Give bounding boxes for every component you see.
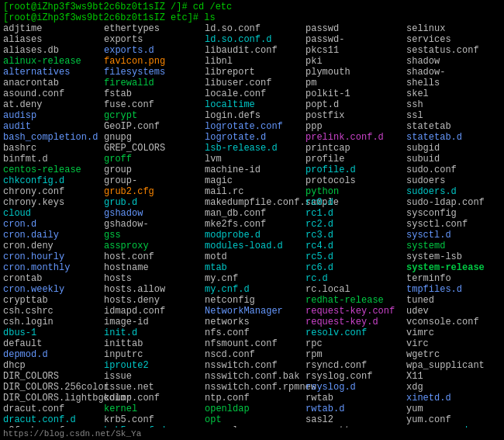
ls-row-15: chkconfig.d group- magic protocols sudoe…	[3, 175, 501, 186]
terminal: [root@iZhp3f3ws9bt2c6bz0t1sIZ /]# cd /et…	[0, 0, 504, 440]
ls-row-5: alternatives filesystems libreport plymo…	[3, 67, 501, 78]
ls-row-10: audit GeoIP.conf logrotate.conf ppp stat…	[3, 121, 501, 132]
ls-row-30: default inittab nfsmount.conf rpc virc	[3, 338, 501, 349]
ls-row-2: aliases exports ld.so.conf.d passwd- ser…	[3, 34, 501, 45]
ls-row-22: cron.hourly host.conf motd rc5.d system-…	[3, 251, 501, 262]
ls-row-18: cloud gshadow man_db.conf rc1.d sysconfi…	[3, 208, 501, 219]
ls-row-29: dbus-1 init.d nfs.conf resolv.conf vimrc	[3, 327, 501, 338]
ls-row-35: DIR_COLORS.lightbgcolor kdump.conf ntp.c…	[3, 393, 501, 404]
ls-row-24: crontab hosts my.cnf rc.d terminfo	[3, 273, 501, 284]
ls-row-34: DIR_COLORS.256color issue.net nsswitch.c…	[3, 382, 501, 393]
ls-row-13: binfmt.d groff lvm profile subuid	[3, 154, 501, 165]
ls-row-31: depmod.d inputrc nscd.conf rpm wgetrc	[3, 349, 501, 360]
bottom-bar: https://blog.csdn.net/Sk_Ya	[0, 428, 504, 440]
ls-row-6: anacrontab firewalld libuser.conf pm she…	[3, 78, 501, 88]
ls-row-17: chrony.keys grub.d makedumpfile.conf.sam…	[3, 197, 501, 208]
ls-row-33: DIR_COLORS issue nsswitch.conf.bak rsysl…	[3, 371, 501, 382]
prompt-line-1: [root@iZhp3f3ws9bt2c6bz0t1sIZ /]# cd /et…	[3, 2, 501, 12]
ls-row-27: csh.cshrc idmapd.conf NetworkManager req…	[3, 306, 501, 317]
ls-row-3: aliases.db exports.d libaudit.conf pkcs1…	[3, 45, 501, 56]
ls-row-28: csh.login image-id networks request-key.…	[3, 317, 501, 327]
ls-row-16: chrony.conf grub2.cfg mail.rc python sud…	[3, 186, 501, 197]
ls-row-14: centos-release group machine-id profile.…	[3, 165, 501, 175]
ls-row-37: dracut.conf.d krb5.conf opt sasl2 yum.co…	[3, 414, 501, 425]
ls-row-20: cron.daily gss modprobe.d rc3.d sysctl.d	[3, 230, 501, 241]
ls-row-25: cron.weekly hosts.allow my.cnf.d rc.loca…	[3, 284, 501, 295]
ls-row-1: adjtime ethertypes ld.so.conf passwd sel…	[3, 23, 501, 34]
ls-row-23: cron.monthly hostname mtab rc6.d system-…	[3, 262, 501, 273]
url-link: https://blog.csdn.net/Sk_Ya	[3, 429, 141, 438]
ls-row-21: cron.deny assproxy modules-load.d rc4.d …	[3, 241, 501, 251]
ls-row-11: bash_completion.d gnupg logrotate.d prel…	[3, 132, 501, 143]
ls-row-9: audisp gcrypt login.defs postfix ssl	[3, 110, 501, 121]
ls-row-4: alinux-release favicon.png libnl pki sha…	[3, 56, 501, 67]
ls-row-19: cron.d gshadow- mke2fs.conf rc2.d sysctl…	[3, 219, 501, 230]
ls-row-7: asound.conf fstab locale.conf polkit-1 s…	[3, 88, 501, 99]
ls-row-36: dracut.conf kernel openldap rwtab.d yum	[3, 404, 501, 414]
ls-row-26: crypttab hosts.deny netconfig redhat-rel…	[3, 295, 501, 306]
prompt-line-2: [root@iZhp3f3ws9bt2c6bz0t1sIZ etc]# ls	[3, 12, 501, 23]
ls-row-32: dhcp iproute2 nsswitch.conf rsyncd.conf …	[3, 360, 501, 371]
ls-row-12: bashrc GREP_COLORS lsb-release.d printca…	[3, 143, 501, 154]
ls-row-8: at.deny fuse.conf localtime popt.d ssh	[3, 99, 501, 110]
